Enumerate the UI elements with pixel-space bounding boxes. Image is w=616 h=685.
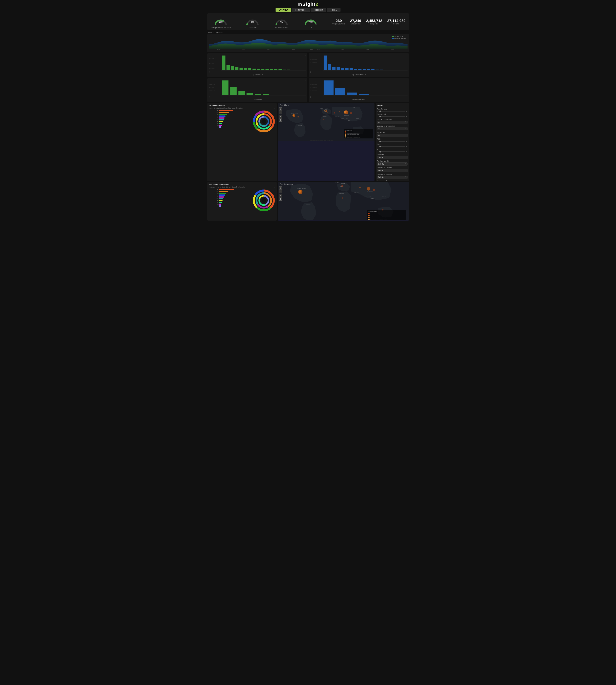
map-zoom-out[interactable]: − [279,111,282,114]
dest-donut-refresh[interactable]: ↺ [274,186,276,188]
source-ports-chart: Bytes 120,000,000,000 80,000,000,000 40,… [208,80,306,98]
filter-hops-count: Hops Count 0 8 [377,113,408,117]
svg-text:13,984,668,153,504 = 16,355,76: 13,984,668,153,504 = 16,355,760,241,860 [370,219,387,220]
svg-point-108 [350,112,352,114]
legend-label-source: Source Traffic [394,36,403,37]
source-donut-title: Source Country State City and Zip code i… [208,107,276,109]
svg-text:9,163,097,370,875.9 = 9,247,06: 9,163,097,370,875.9 = 9,247,064,299,130 [347,134,359,135]
svg-rect-56 [375,70,379,70]
pcr-slider-thumb[interactable] [379,140,381,142]
svg-text:FINLAND: FINLAND [341,183,345,184]
svg-rect-50 [350,68,353,70]
svg-point-154 [299,190,301,193]
svg-rect-36 [291,70,295,70]
svg-text:23:00: 23:00 [366,49,369,50]
svg-text:20,000,000,000: 20,000,000,000 [310,65,317,66]
svg-text:100,000,000,000: 100,000,000,000 [209,58,216,59]
svg-rect-26 [248,68,251,70]
svg-rect-72 [263,94,269,95]
source-info-panel: Source Information Source Country State … [207,103,277,181]
dest-org-select[interactable]: ⊕ [377,127,408,130]
svg-text:KAZAKHSTAN: KAZAKHSTAN [367,191,373,192]
tab-performance[interactable]: Performance [291,8,310,12]
svg-point-112 [323,119,324,120]
hops-slider-thumb[interactable] [379,116,381,117]
svg-text:FRANCE: FRANCE [324,111,327,112]
source-ports-refresh[interactable]: ↺ [305,79,306,82]
svg-point-138 [345,136,346,137]
hbar-row-ru: RU [208,119,251,120]
source-org-select[interactable]: ⊕ [377,120,408,124]
svg-point-134 [345,134,346,135]
dest-hbar-cn: CN [208,191,251,192]
svg-text:5%: 5% [280,21,283,24]
svg-point-179 [368,215,370,216]
dest-map-zoom-out[interactable]: − [279,190,282,193]
svg-text:120,000,000,000: 120,000,000,000 [310,81,317,82]
svg-point-130 [345,131,346,132]
dest-map-layers[interactable]: ⊞ [279,194,282,197]
svg-text:UNITED STATES: UNITED STATES [291,113,298,114]
stat-records: 27,114,989 Records [387,19,405,25]
svg-rect-85 [371,95,380,95]
svg-text:20,000,000,000: 20,000,000,000 [209,90,215,91]
svg-text:Bytes: Bytes [310,71,311,73]
tab-prediction[interactable]: Prediction [311,8,326,12]
svg-text:RUSSIA: RUSSIA [378,182,381,182]
svg-rect-21 [226,65,230,70]
map-layers[interactable]: ⊞ [279,115,282,118]
source-donut-refresh[interactable]: ↺ [274,107,276,109]
stat-label-cities: Unique Cities [351,23,360,25]
map-locate[interactable]: ⊙ [279,118,282,121]
svg-text:© OpenStreetMap contributors, : © OpenStreetMap contributors, OpenMapTil… [310,140,333,141]
svg-text:120,000,000,000: 120,000,000,000 [209,81,216,82]
filter-application: Application ⊕ [377,132,408,137]
jitter-slider-thumb[interactable] [379,146,381,147]
svg-rect-53 [362,69,366,70]
application-select[interactable]: ⊕ [377,134,408,137]
flow-destinations-map: Flow Destinations + − ⊞ ⊙ [278,182,409,221]
dest-country-select[interactable]: Select... [377,169,408,172]
svg-point-110 [334,112,335,113]
dest-hbar-us: US [208,189,251,190]
svg-rect-23 [235,67,238,70]
tab-overview[interactable]: Overview [276,8,291,12]
slider-thumb[interactable] [379,111,381,112]
filter-dest-country: Destination Country Select... [377,167,408,172]
svg-text:76%: 76% [308,21,313,24]
dest-city-select[interactable]: Select... [377,162,408,165]
discipline-select[interactable]: Select... [377,156,408,159]
dest-info-panel: Destination Information Destination Coun… [207,182,277,221]
dest-map-locate[interactable]: ⊙ [279,197,282,201]
stat-ips: 2,453,718 Unique IPs [366,19,382,25]
stat-value-ips: 2,453,718 [366,19,382,23]
flow-origins-map: Flow Origins + − ⊞ ⊙ [278,103,374,181]
svg-text:Time: Time [310,49,313,50]
svg-rect-84 [359,94,369,95]
svg-rect-48 [341,68,344,70]
filters-title: Filters [377,105,408,107]
map-zoom-in[interactable]: + [279,107,282,111]
gauge-label-2: Packet Loss [248,27,257,28]
source-ips-refresh[interactable]: ↺ [305,54,306,57]
stat-countries: 230 Unique Countries [332,19,345,25]
source-ports-panel: ↺ Bytes 120,000,000,000 80,000,000,000 4… [207,78,307,102]
dest-map-zoom-in[interactable]: + [279,186,282,190]
gauge-label-1: Average Network Utilization [211,27,231,28]
dest-hbar-de: DE [208,193,251,194]
svg-text:FINLAND: FINLAND [325,109,327,110]
dest-hbars: US CN DE GB [208,189,251,207]
svg-text:80,000,000,000: 80,000,000,000 [310,56,317,57]
source-ips-panel: ↺ Bytes 120,000,000,000 100,000,000,000 … [207,53,307,77]
network-util-title: Network Utilization [208,31,409,34]
tab-tutorial[interactable]: Tutorial [327,8,340,12]
svg-text:80,000,000,000: 80,000,000,000 [310,84,317,85]
svg-rect-83 [347,92,357,95]
rtt-slider-thumb[interactable] [379,151,381,153]
gauge-network-util: 59% Average Network Utilization [211,15,231,28]
svg-rect-31 [270,69,273,70]
dest-province-select[interactable]: Select... [377,176,408,179]
stat-cities: 27,249 Unique Cities [350,19,361,25]
svg-rect-30 [265,69,269,70]
world-map-destinations: UNITED STATES FINLAND RUSSIA KAZAKHSTAN … [278,182,409,220]
